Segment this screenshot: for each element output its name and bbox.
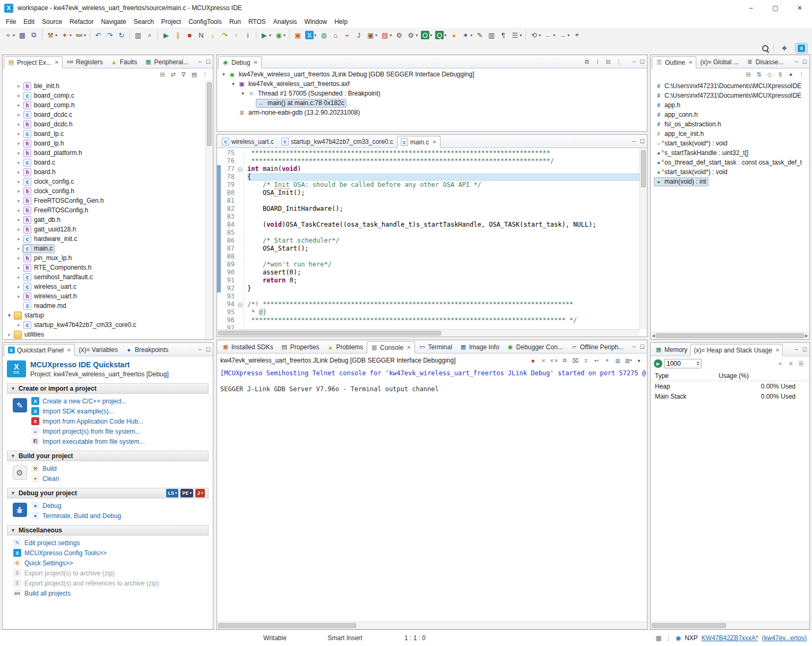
dropdown-arrow-icon[interactable]: ▾: [520, 33, 522, 38]
tree-item[interactable]: board_comp.c: [3, 91, 213, 100]
tree-item[interactable]: pin_mux_lp.h: [3, 253, 213, 263]
status-menu-icon[interactable]: ⋮: [666, 634, 672, 642]
expand-arrow-icon[interactable]: [15, 236, 22, 242]
toolbar-button[interactable]: ⌂ ▾: [330, 29, 341, 41]
dropdown-arrow-icon[interactable]: ▾: [70, 33, 72, 38]
editor-hscrollbar[interactable]: [217, 329, 640, 337]
console-toolbar-icon[interactable]: ⌧ ▾: [571, 356, 580, 365]
expand-arrow-icon[interactable]: [15, 274, 22, 280]
toolbar-button[interactable]: ▶ ▾: [160, 29, 172, 41]
toolbar-button[interactable]: ⧉ ▾: [28, 29, 40, 41]
dropdown-arrow-icon[interactable]: ▾: [444, 33, 446, 38]
toolbar-button[interactable]: ☰ ▾: [509, 29, 523, 41]
view-tab[interactable]: Disasse... ✕: [742, 56, 788, 68]
dropdown-arrow-icon[interactable]: ▾: [201, 491, 203, 495]
minimize-view-icon[interactable]: –: [795, 346, 798, 352]
expand-arrow-icon[interactable]: [15, 198, 22, 203]
table-row[interactable]: Main Stack 0.00% Used: [651, 391, 809, 401]
toolbar-button[interactable]: X ▾: [304, 29, 318, 41]
explorer-toolbar-icon[interactable]: ▤: [189, 70, 199, 79]
tree-item[interactable]: startup_kw47b42zb7_cm33_core0.c: [3, 320, 213, 330]
dropdown-arrow-icon[interactable]: ▾: [189, 491, 192, 495]
menu-item[interactable]: RTOS: [245, 17, 270, 27]
scroll-left-icon[interactable]: ◀: [652, 333, 655, 338]
toolbar-button[interactable]: ▾: [90, 30, 90, 40]
toolbar-button[interactable]: ∥ ▾: [172, 29, 184, 41]
toolbar-button[interactable]: Q ▾: [434, 29, 448, 41]
expand-arrow-icon[interactable]: [15, 265, 22, 270]
quickstart-link[interactable]: X Import SDK example(s)...: [31, 407, 209, 415]
console-toolbar-icon[interactable]: ▥ ▾: [613, 356, 623, 365]
quickstart-link[interactable]: ⎗ Import executable from file system...: [31, 437, 209, 445]
outline-item[interactable]: s_startTaskHandle : uint32_t[]: [651, 148, 809, 158]
outline-item[interactable]: start_task(void*) : void: [651, 167, 809, 177]
expand-arrow-icon[interactable]: [220, 72, 227, 77]
view-tab[interactable]: Problems ✕: [323, 341, 367, 353]
search-icon[interactable]: [762, 45, 769, 52]
outline-item[interactable]: C:\Users\nxf47231\Documents\MCUXpressoID…: [651, 81, 809, 91]
memory-toolbar-icon[interactable]: ⎘: [797, 359, 806, 368]
expand-arrow-icon[interactable]: [15, 246, 22, 251]
outline-item[interactable]: C:\Users\nxf47231\Documents\MCUXpressoID…: [651, 91, 809, 100]
quickstart-link[interactable]: ✎ Edit project settings: [13, 539, 209, 547]
toolbar-button[interactable]: ▦ ▾: [16, 29, 28, 41]
debug-toolbar-icon[interactable]: i: [593, 57, 602, 66]
outline-item[interactable]: main(void) : int: [651, 177, 809, 186]
console-toolbar-icon[interactable]: ✕ ▾: [539, 356, 548, 365]
console-toolbar-icon[interactable]: ▾ ▾: [634, 356, 644, 365]
toolbar-button[interactable]: ↶ ▾: [92, 29, 104, 41]
expand-arrow-icon[interactable]: [6, 313, 13, 318]
dropdown-arrow-icon[interactable]: ▾: [470, 33, 472, 38]
toolbar-button[interactable]: 010 ▾: [73, 29, 88, 41]
expand-arrow-icon[interactable]: [15, 255, 22, 261]
tree-item[interactable]: startup: [3, 311, 213, 320]
quickstart-link[interactable]: ⚙ Quick Settings>>: [13, 559, 209, 567]
maximize-view-icon[interactable]: ◻: [802, 346, 807, 352]
dropdown-arrow-icon[interactable]: ▾: [55, 33, 57, 38]
toolbar-button[interactable]: ▤ ▾: [379, 29, 393, 41]
minimize-view-icon[interactable]: –: [633, 137, 636, 144]
section-header-miscellaneous[interactable]: ▼ Miscellaneous: [7, 525, 209, 536]
scroll-right-icon[interactable]: ▶: [805, 333, 808, 338]
debug-toolbar-icon[interactable]: ⧉: [582, 57, 592, 66]
console-output[interactable]: [MCUXpresso Semihosting Telnet console f…: [217, 367, 647, 622]
console-toolbar-icon[interactable]: ✕✕ ▾: [549, 356, 559, 365]
toolbar-button[interactable]: ⟲ ▾: [528, 29, 542, 41]
expand-arrow-icon[interactable]: [15, 150, 22, 156]
minimize-view-icon[interactable]: –: [633, 58, 636, 65]
view-tab[interactable]: (x)= Variables ✕: [75, 343, 121, 356]
expand-arrow-icon[interactable]: [15, 322, 22, 328]
toolbar-button[interactable]: ← ▾: [542, 29, 557, 41]
toolbar-button[interactable]: ⌖ ▾: [571, 29, 583, 41]
quickstart-link[interactable]: ↧ Export project(s) and references to ar…: [13, 579, 209, 587]
menu-item[interactable]: Window: [301, 17, 331, 27]
toolbar-button[interactable]: ↓ ▾: [207, 29, 219, 41]
view-tab[interactable]: Image Info ✕: [456, 341, 503, 353]
device-part-link[interactable]: KW47B42ZB7xxxA*: [702, 634, 758, 642]
explorer-toolbar-icon[interactable]: ⊟: [158, 70, 167, 79]
debug-tree-item[interactable]: kw47evk_wireless_uart_freertos JLink Deb…: [217, 70, 647, 79]
view-tab[interactable]: (x)= Global ... ✕: [696, 56, 742, 68]
editor-tab[interactable]: startup_kw47b42zb7_cm33_core0.c ✕: [278, 135, 397, 148]
expand-arrow-icon[interactable]: [15, 217, 22, 222]
tree-item[interactable]: semihost_hardfault.c: [3, 272, 213, 282]
dropdown-arrow-icon[interactable]: ▾: [283, 33, 286, 38]
close-tab-icon[interactable]: ✕: [432, 139, 436, 145]
outline-item[interactable]: app.h: [651, 100, 809, 110]
code-editor[interactable]: 75 *************************************…: [217, 148, 647, 337]
quickstart-link[interactable]: ⚒ Build: [31, 464, 209, 472]
menu-item[interactable]: Help: [331, 17, 351, 27]
menu-item[interactable]: Analysis: [270, 17, 301, 27]
toolbar-button[interactable]: ⌁ ▾: [341, 29, 353, 41]
dropdown-arrow-icon[interactable]: ▾: [314, 33, 316, 38]
view-tab[interactable]: Breakpoints ✕: [122, 343, 172, 356]
debug-toolbar-icon[interactable]: ⋮: [614, 57, 624, 66]
view-tab[interactable]: Quickstart Panel ✕: [4, 344, 75, 356]
close-tab-icon[interactable]: ✕: [253, 59, 257, 65]
debug-tree-item[interactable]: Thread #1 57005 (Suspended : Breakpoint): [217, 89, 647, 98]
section-header-debug[interactable]: ▼ Debug your project LS▾ PE▾ J▾: [7, 488, 209, 498]
close-tab-icon[interactable]: ✕: [407, 344, 411, 350]
dropdown-arrow-icon[interactable]: ▾: [175, 491, 177, 495]
dropdown-arrow-icon[interactable]: ▾: [539, 33, 541, 38]
console-toolbar-icon[interactable]: ▥ ▾: [624, 356, 633, 365]
